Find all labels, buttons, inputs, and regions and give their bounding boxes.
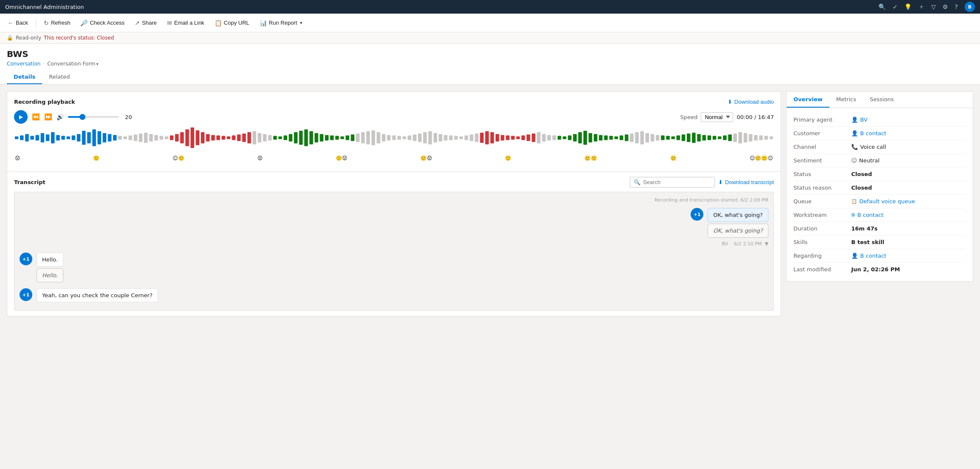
svg-rect-136: [718, 136, 722, 139]
share-button[interactable]: ↗ Share: [130, 17, 161, 29]
run-report-button[interactable]: 📊 Run Report ▾: [255, 17, 306, 29]
svg-rect-139: [734, 134, 737, 142]
svg-rect-45: [247, 132, 251, 143]
help-icon[interactable]: ?: [955, 3, 958, 10]
transcript-title: Transcript: [14, 179, 45, 185]
svg-rect-125: [661, 136, 665, 140]
tab-related[interactable]: Related: [42, 70, 76, 84]
value-skills: B test skill: [851, 239, 884, 245]
refresh-icon: ↻: [44, 20, 49, 26]
tab-overview[interactable]: Overview: [787, 92, 830, 108]
transcript-search-input[interactable]: [643, 179, 711, 185]
back-button[interactable]: ← Back: [3, 17, 32, 29]
svg-rect-92: [490, 132, 494, 143]
transcript-search-box[interactable]: 🔍: [630, 177, 715, 188]
download-icon: ⬇: [728, 99, 732, 105]
breadcrumb-form[interactable]: Conversation Form ▾: [47, 61, 98, 67]
bulb-icon[interactable]: 💡: [904, 3, 912, 10]
svg-rect-90: [480, 133, 484, 143]
svg-rect-105: [558, 136, 561, 140]
copy-url-button[interactable]: 📋 Copy URL: [210, 17, 254, 29]
svg-rect-12: [77, 134, 81, 142]
link-regarding[interactable]: B contact: [860, 253, 887, 259]
svg-rect-1: [20, 136, 24, 140]
readonly-bar: 🔒 Read-only This record's status: Closed: [0, 32, 980, 44]
speed-select[interactable]: 0.5x Normal 1.5x 2x: [701, 112, 733, 122]
search-icon[interactable]: 🔍: [878, 3, 886, 10]
value-workstream: ⊞ B contact: [851, 212, 884, 218]
emoji-smile-8: 😊🙂🙂😊: [750, 155, 773, 161]
emoji-smile-1: 🙂: [93, 155, 99, 161]
plus-icon[interactable]: ＋: [918, 3, 924, 11]
value-customer: 👤 B contact: [851, 130, 887, 136]
skip-back-icon: ⏪: [32, 113, 40, 121]
svg-rect-146: [770, 136, 773, 139]
avatar: B: [965, 2, 975, 12]
verified-icon[interactable]: ✓: [892, 3, 898, 10]
settings-icon[interactable]: ⚙: [943, 3, 948, 10]
message-row-customer-1: +1 Hello. Hello.: [20, 253, 768, 282]
label-regarding: Regarding: [793, 253, 844, 259]
svg-rect-109: [578, 132, 582, 143]
svg-rect-99: [527, 134, 530, 141]
svg-rect-29: [165, 136, 169, 139]
breadcrumb: Conversation · Conversation Form ▾: [7, 61, 973, 67]
svg-rect-55: [299, 131, 303, 145]
download-transcript-button[interactable]: ⬇ Download transcript: [718, 179, 774, 185]
svg-rect-121: [640, 131, 644, 145]
svg-rect-48: [263, 134, 267, 142]
link-queue[interactable]: Default voice queue: [859, 198, 915, 205]
info-row-primary-agent: Primary agent 👤 BV: [793, 113, 966, 127]
value-regarding: 👤 B contact: [851, 253, 887, 259]
tab-metrics[interactable]: Metrics: [830, 92, 863, 108]
waveform-svg: [14, 127, 774, 148]
tab-sessions[interactable]: Sessions: [863, 92, 901, 108]
svg-rect-31: [175, 134, 179, 142]
email-link-button[interactable]: ✉ Email a Link: [163, 17, 209, 29]
lock-icon: 🔒: [7, 35, 13, 41]
breadcrumb-conversation[interactable]: Conversation: [7, 61, 40, 67]
svg-rect-76: [408, 136, 411, 140]
svg-rect-96: [511, 136, 515, 140]
svg-rect-38: [211, 135, 215, 140]
info-row-channel: Channel 📞 Voice call: [793, 140, 966, 154]
svg-rect-106: [563, 136, 566, 139]
check-access-icon: 🔎: [80, 20, 88, 26]
chevron-down-icon: ▾: [96, 62, 99, 66]
svg-rect-84: [449, 136, 453, 140]
message-bubble-3: Hello.: [37, 253, 63, 267]
tab-details[interactable]: Details: [7, 70, 42, 84]
seek-bar[interactable]: [68, 116, 119, 118]
copy-icon: 📋: [215, 20, 222, 26]
avatar-customer-1: +1: [20, 253, 32, 265]
svg-rect-18: [108, 134, 112, 142]
skip-forward-button[interactable]: ⏩: [44, 113, 52, 121]
svg-rect-15: [92, 129, 96, 146]
separator: [36, 18, 36, 28]
svg-rect-103: [547, 135, 551, 140]
info-row-workstream: Workstream ⊞ B contact: [793, 208, 966, 222]
volume-button[interactable]: 🔊: [57, 114, 64, 120]
link-customer[interactable]: B contact: [860, 130, 887, 136]
transcript-body[interactable]: Recording and transcription started. 6/2…: [14, 192, 774, 311]
svg-rect-116: [615, 136, 618, 139]
download-audio-button[interactable]: ⬇ Download audio: [728, 99, 774, 105]
label-primary-agent: Primary agent: [793, 117, 844, 123]
link-primary-agent[interactable]: BV: [860, 117, 867, 123]
svg-rect-3: [30, 136, 34, 140]
refresh-button[interactable]: ↻ Refresh: [40, 17, 75, 29]
check-access-button[interactable]: 🔎 Check Access: [76, 17, 129, 29]
filter-icon[interactable]: ▽: [931, 3, 936, 10]
skip-back-button[interactable]: ⏪: [32, 113, 40, 121]
play-button[interactable]: ▶: [14, 110, 28, 124]
svg-rect-114: [604, 136, 608, 140]
svg-rect-20: [118, 136, 122, 140]
svg-rect-50: [273, 136, 277, 140]
svg-rect-2: [25, 134, 29, 142]
waveform-container[interactable]: [14, 127, 774, 153]
svg-rect-46: [252, 131, 256, 145]
link-workstream[interactable]: B contact: [857, 212, 884, 218]
emoji-smile-4: 🙂😟: [420, 155, 432, 161]
svg-rect-130: [687, 134, 691, 142]
svg-rect-107: [568, 136, 572, 140]
